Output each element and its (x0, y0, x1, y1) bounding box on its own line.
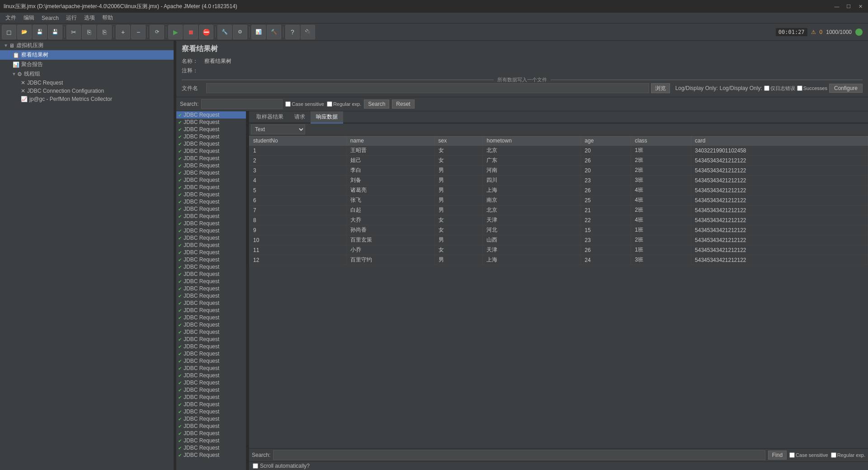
request-item[interactable]: ✔JDBC Request (176, 408, 246, 415)
bottom-case-sensitive-checkbox[interactable] (789, 452, 795, 458)
request-item[interactable]: ✔JDBC Request (176, 444, 246, 451)
request-item[interactable]: ✔JDBC Request (176, 299, 246, 307)
table-row[interactable]: 4刘备男四川233班54345343421212122 (250, 176, 868, 185)
bottom-case-sensitive-label[interactable]: Case sensitive (789, 452, 828, 458)
tool-button[interactable]: 🔨 (267, 25, 281, 39)
request-item[interactable]: ✔JDBC Request (176, 198, 246, 205)
browse-button[interactable]: 浏览 (651, 83, 670, 93)
search-button[interactable]: Search (364, 100, 389, 109)
tree-item-aggregate[interactable]: 📊聚合报告 (0, 60, 174, 69)
request-item[interactable]: ✔JDBC Request (176, 133, 246, 140)
menu-item-search[interactable]: Search (38, 14, 62, 22)
maximize-button[interactable]: ☐ (844, 2, 853, 10)
tree-item-perfmon[interactable]: 📈jp@gc - PerfMon Metrics Collector (0, 95, 174, 103)
tab-request[interactable]: 请求 (289, 111, 311, 123)
regex-checkbox[interactable] (327, 101, 332, 107)
request-item[interactable]: ✔JDBC Request (176, 140, 246, 147)
collapse-button[interactable]: − (131, 25, 146, 39)
request-item[interactable]: ✔JDBC Request (176, 184, 246, 191)
tab-response[interactable]: 响应数据 (311, 111, 343, 123)
toggle-button[interactable]: ⟳ (150, 25, 164, 39)
test-tree[interactable]: ▼🖥虚拟机压测 📋察看结果树 📊聚合报告▼⚙线程组 ✕JDBC Request … (0, 41, 174, 470)
menu-item-编辑[interactable]: 编辑 (20, 13, 38, 23)
table-row[interactable]: 11小乔女天津261班54345343421212122 (250, 245, 868, 255)
successes-checkbox-label[interactable]: Successes (797, 85, 827, 91)
bottom-regex-label[interactable]: Regular exp. (831, 452, 865, 458)
table-row[interactable]: 9孙尚香女河北151班54345343421212122 (250, 225, 868, 235)
report-button[interactable]: 📊 (251, 25, 266, 39)
remote-run-button[interactable]: 🔧 (217, 25, 232, 39)
successes-checkbox[interactable] (797, 85, 802, 91)
search-input[interactable] (201, 99, 283, 109)
format-select[interactable]: TextJSONXMLHTMLCSSJavaScriptRenderedRegE… (251, 124, 305, 134)
request-item[interactable]: ✔JDBC Request (176, 415, 246, 423)
close-button[interactable]: ✕ (856, 2, 864, 10)
request-item[interactable]: ✔JDBC Request (176, 227, 246, 234)
request-item[interactable]: ✔JDBC Request (176, 205, 246, 213)
request-item[interactable]: ✔JDBC Request (176, 256, 246, 263)
open-button[interactable]: 📂 (17, 25, 32, 39)
table-row[interactable]: 7白起男北京212班54345343421212122 (250, 205, 868, 215)
request-item[interactable]: ✔JDBC Request (176, 423, 246, 430)
request-item[interactable]: ✔JDBC Request (176, 321, 246, 328)
request-item[interactable]: ✔JDBC Request (176, 119, 246, 126)
request-item[interactable]: ✔JDBC Request (176, 357, 246, 365)
save-button[interactable]: 💾 (33, 25, 47, 39)
request-item[interactable]: ✔JDBC Request (176, 336, 246, 343)
table-row[interactable]: 1王昭晋女北京201班34032219901102458 (250, 146, 868, 156)
request-item[interactable]: ✔JDBC Request (176, 372, 246, 379)
request-item[interactable]: ✔JDBC Request (176, 213, 246, 220)
expand-button[interactable]: + (116, 25, 130, 39)
request-item[interactable]: ✔JDBC Request (176, 437, 246, 444)
request-item[interactable]: ✔JDBC Request (176, 111, 246, 119)
request-item[interactable]: ✔JDBC Request (176, 162, 246, 169)
reset-button[interactable]: Reset (392, 100, 414, 109)
errors-checkbox-label[interactable]: 仅日志错误 (764, 85, 795, 92)
request-item[interactable]: ✔JDBC Request (176, 394, 246, 401)
request-item[interactable]: ✔JDBC Request (176, 401, 246, 408)
request-item[interactable]: ✔JDBC Request (176, 365, 246, 372)
request-item[interactable]: ✔JDBC Request (176, 343, 246, 350)
cut-button[interactable]: ✂ (66, 25, 81, 39)
new-button[interactable]: ◻ (2, 25, 16, 39)
case-sensitive-checkbox[interactable] (285, 101, 291, 107)
request-item[interactable]: ✔JDBC Request (176, 451, 246, 459)
request-item[interactable]: ✔JDBC Request (176, 328, 246, 336)
menu-item-帮助[interactable]: 帮助 (99, 13, 117, 23)
tab-sampler-result[interactable]: 取样器结果 (251, 111, 289, 123)
table-row[interactable]: 12百里守约男上海243班54345343421212122 (250, 255, 868, 265)
request-item[interactable]: ✔JDBC Request (176, 386, 246, 394)
table-row[interactable]: 10百里玄策男山西232班54345343421212122 (250, 235, 868, 245)
request-item[interactable]: ✔JDBC Request (176, 147, 246, 155)
stop-button[interactable]: ⏹ (184, 25, 198, 39)
plugin-button[interactable]: 🔌 (301, 25, 315, 39)
request-item[interactable]: ✔JDBC Request (176, 126, 246, 133)
menu-item-文件[interactable]: 文件 (2, 13, 20, 23)
request-item[interactable]: ✔JDBC Request (176, 169, 246, 176)
request-item[interactable]: ✔JDBC Request (176, 314, 246, 321)
bottom-regex-checkbox[interactable] (831, 452, 836, 458)
request-item[interactable]: ✔JDBC Request (176, 176, 246, 184)
request-item[interactable]: ✔JDBC Request (176, 155, 246, 162)
table-row[interactable]: 3李白男河南202班54345343421212122 (250, 166, 868, 176)
request-item[interactable]: ✔JDBC Request (176, 271, 246, 278)
configure-button[interactable]: Configure (829, 84, 863, 93)
saveas-button[interactable]: 💾 (48, 25, 62, 39)
menu-item-选项[interactable]: 选项 (80, 13, 99, 23)
clear-button[interactable]: ⛔ (199, 25, 213, 39)
request-item[interactable]: ✔JDBC Request (176, 285, 246, 292)
request-item[interactable]: ✔JDBC Request (176, 191, 246, 198)
table-row[interactable]: 2姐己女广东262班54345343421212122 (250, 156, 868, 166)
request-item[interactable]: ✔JDBC Request (176, 379, 246, 386)
file-name-input[interactable] (206, 83, 649, 93)
request-item[interactable]: ✔JDBC Request (176, 234, 246, 242)
request-item[interactable]: ✔JDBC Request (176, 350, 246, 357)
tree-item-threadgroup[interactable]: ▼⚙线程组 (0, 69, 174, 79)
tree-item-vm[interactable]: ▼🖥虚拟机压测 (0, 41, 174, 50)
remote-stop-button[interactable]: ⚙ (233, 25, 247, 39)
errors-checkbox[interactable] (764, 85, 769, 91)
request-item[interactable]: ✔JDBC Request (176, 242, 246, 249)
request-item[interactable]: ✔JDBC Request (176, 263, 246, 271)
request-item[interactable]: ✔JDBC Request (176, 430, 246, 437)
request-item[interactable]: ✔JDBC Request (176, 278, 246, 285)
